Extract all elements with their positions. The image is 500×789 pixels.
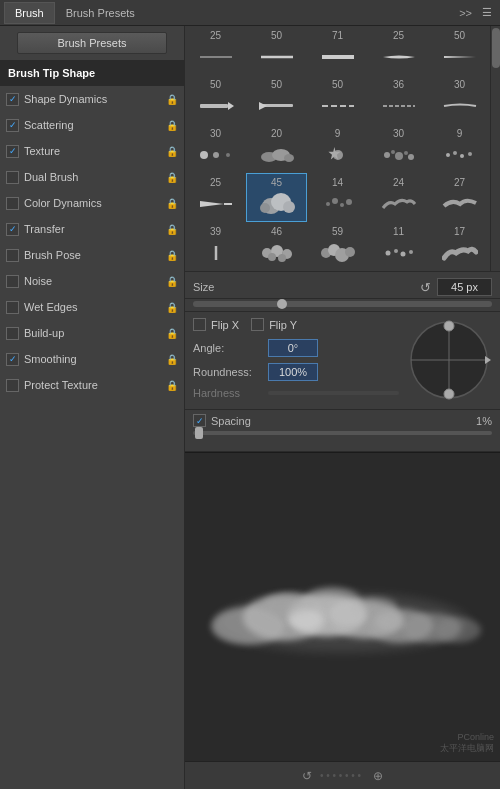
- brush-shape-lineend: [442, 92, 478, 120]
- texture-checkbox[interactable]: [6, 145, 19, 158]
- svg-point-68: [329, 601, 367, 626]
- brush-shape-texture6: [320, 239, 356, 267]
- spacing-slider[interactable]: [193, 431, 492, 435]
- sidebar-item-buildup[interactable]: Build-up 🔒: [0, 320, 184, 346]
- brush-cell-46-texture5[interactable]: 46: [246, 222, 307, 271]
- svg-point-31: [260, 203, 270, 213]
- size-slider[interactable]: [193, 301, 492, 307]
- flip-y-checkbox[interactable]: [251, 318, 264, 331]
- brush-cell-27-texture4[interactable]: 27: [429, 173, 490, 222]
- brush-shape-linev: [198, 239, 234, 267]
- sidebar-item-texture[interactable]: Texture 🔒: [0, 138, 184, 164]
- scattering-label: Scattering: [24, 119, 74, 131]
- brush-presets-button[interactable]: Brush Presets: [17, 32, 167, 54]
- brush-cell-25-tapered[interactable]: 25: [368, 26, 429, 75]
- svg-point-47: [394, 249, 398, 253]
- brush-cell-25-line[interactable]: 25: [185, 26, 246, 75]
- brush-cell-11-dots3[interactable]: 11: [368, 222, 429, 271]
- brush-shape-tapered: [381, 43, 417, 71]
- brush-cell-9-star[interactable]: 9: [307, 124, 368, 173]
- protect-texture-checkbox[interactable]: [6, 379, 19, 392]
- buildup-checkbox[interactable]: [6, 327, 19, 340]
- spacing-slider-thumb[interactable]: [195, 427, 203, 439]
- brush-tip-shape-label: Brush Tip Shape: [8, 67, 95, 79]
- grid-scroll-thumb[interactable]: [492, 28, 500, 68]
- color-dynamics-label: Color Dynamics: [24, 197, 102, 209]
- noise-checkbox[interactable]: [6, 275, 19, 288]
- svg-marker-4: [228, 102, 234, 110]
- sidebar-item-transfer[interactable]: Transfer 🔒: [0, 216, 184, 242]
- brush-cell-30-texture[interactable]: 30: [368, 124, 429, 173]
- svg-marker-6: [259, 102, 267, 110]
- sidebar-item-brush-tip-shape[interactable]: Brush Tip Shape: [0, 60, 184, 86]
- brush-cell-50-line[interactable]: 50: [246, 26, 307, 75]
- brush-cell-36-dash2[interactable]: 36: [368, 75, 429, 124]
- texture-lock-icon: 🔒: [166, 146, 178, 157]
- brush-cell-59-texture6[interactable]: 59: [307, 222, 368, 271]
- brush-cell-50-dash[interactable]: 50: [307, 75, 368, 124]
- sidebar-item-dual-brush[interactable]: Dual Brush 🔒: [0, 164, 184, 190]
- spacing-slider-row: [193, 431, 492, 447]
- sidebar-item-noise[interactable]: Noise 🔒: [0, 268, 184, 294]
- svg-point-24: [460, 154, 464, 158]
- brush-cell-45-cloud2[interactable]: 45: [246, 173, 307, 222]
- brush-preview-svg: [185, 453, 500, 761]
- color-dynamics-lock-icon: 🔒: [166, 198, 178, 209]
- svg-point-30: [283, 201, 295, 213]
- reset-size-icon[interactable]: ↺: [420, 280, 431, 295]
- size-slider-row: [185, 299, 500, 312]
- brush-cell-50-arrow[interactable]: 50: [185, 75, 246, 124]
- transfer-checkbox[interactable]: [6, 223, 19, 236]
- brush-shape-cloud: [259, 141, 295, 169]
- brush-cell-30-dots[interactable]: 30: [185, 124, 246, 173]
- bottom-icon-add[interactable]: ⊕: [373, 769, 383, 783]
- spacing-checkbox[interactable]: [193, 414, 206, 427]
- brush-cell-25-arrow-r[interactable]: 25: [185, 173, 246, 222]
- flip-y-label: Flip Y: [269, 319, 297, 331]
- brush-cell-24-texture3[interactable]: 24: [368, 173, 429, 222]
- angle-value[interactable]: 0°: [268, 339, 318, 357]
- grid-scrollbar[interactable]: [490, 26, 500, 271]
- dual-brush-checkbox[interactable]: [6, 171, 19, 184]
- hardness-slider[interactable]: [268, 391, 399, 395]
- brush-cell-9-dots2[interactable]: 9: [429, 124, 490, 173]
- roundness-value[interactable]: 100%: [268, 363, 318, 381]
- bottom-scroll-dots: • • • • • • •: [320, 770, 361, 781]
- sidebar-item-protect-texture[interactable]: Protect Texture 🔒: [0, 372, 184, 398]
- brush-cell-39-linev[interactable]: 39: [185, 222, 246, 271]
- sidebar-item-brush-pose[interactable]: Brush Pose 🔒: [0, 242, 184, 268]
- brush-cell-14-texture2[interactable]: 14: [307, 173, 368, 222]
- brush-cell-50-arrow2[interactable]: 50: [246, 75, 307, 124]
- brush-shape-dash2: [381, 92, 417, 120]
- color-dynamics-checkbox[interactable]: [6, 197, 19, 210]
- brush-shape-thin-line: [198, 43, 234, 71]
- sidebar-item-color-dynamics[interactable]: Color Dynamics 🔒: [0, 190, 184, 216]
- tab-brush-presets[interactable]: Brush Presets: [55, 2, 146, 24]
- tab-brush[interactable]: Brush: [4, 2, 55, 24]
- brush-shape-tapered2: [442, 43, 478, 71]
- sidebar-item-wet-edges[interactable]: Wet Edges 🔒: [0, 294, 184, 320]
- brush-cell-71-line[interactable]: 71: [307, 26, 368, 75]
- brush-cell-17-texture7[interactable]: 17: [429, 222, 490, 271]
- shape-dynamics-checkbox[interactable]: [6, 93, 19, 106]
- svg-point-14: [284, 154, 294, 162]
- flip-x-checkbox[interactable]: [193, 318, 206, 331]
- noise-lock-icon: 🔒: [166, 276, 178, 287]
- brush-cell-50-tapered2[interactable]: 50: [429, 26, 490, 75]
- angle-circle-svg: [407, 318, 492, 403]
- wet-edges-checkbox[interactable]: [6, 301, 19, 314]
- bottom-icon-rotate[interactable]: ↺: [302, 769, 312, 783]
- tab-menu-icon[interactable]: ☰: [478, 6, 496, 19]
- noise-label: Noise: [24, 275, 52, 287]
- brush-pose-checkbox[interactable]: [6, 249, 19, 262]
- size-slider-thumb[interactable]: [277, 299, 287, 309]
- brush-cell-20-cloud[interactable]: 20: [246, 124, 307, 173]
- smoothing-checkbox[interactable]: [6, 353, 19, 366]
- sidebar-item-scattering[interactable]: Scattering 🔒: [0, 112, 184, 138]
- shape-dynamics-lock-icon: 🔒: [166, 94, 178, 105]
- brush-cell-30-lineend[interactable]: 30: [429, 75, 490, 124]
- sidebar-item-shape-dynamics[interactable]: Shape Dynamics 🔒: [0, 86, 184, 112]
- scattering-checkbox[interactable]: [6, 119, 19, 132]
- tab-arrows[interactable]: >>: [453, 7, 478, 19]
- sidebar-item-smoothing[interactable]: Smoothing 🔒: [0, 346, 184, 372]
